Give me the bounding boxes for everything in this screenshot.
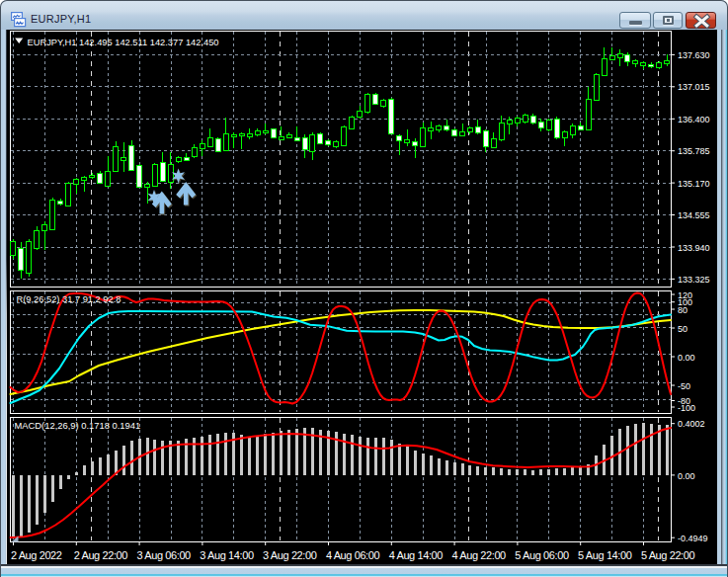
svg-text:135.170: 135.170 [678, 179, 710, 189]
svg-text:137.630: 137.630 [678, 50, 710, 60]
svg-text:MACD(12,26,9) 0.1718 0.1941: MACD(12,26,9) 0.1718 0.1941 [15, 420, 141, 431]
svg-text:133.325: 133.325 [678, 275, 710, 285]
svg-text:-100: -100 [678, 403, 695, 413]
svg-text:2 Aug 2022: 2 Aug 2022 [11, 549, 62, 561]
svg-text:3 Aug 06:00: 3 Aug 06:00 [137, 549, 192, 561]
svg-text:5 Aug 06:00: 5 Aug 06:00 [515, 549, 569, 561]
svg-text:4 Aug 14:00: 4 Aug 14:00 [389, 549, 444, 561]
svg-text:80: 80 [678, 305, 688, 315]
svg-text:5 Aug 22:00: 5 Aug 22:00 [641, 549, 695, 561]
svg-text:133.940: 133.940 [678, 243, 710, 253]
svg-text:5 Aug 14:00: 5 Aug 14:00 [578, 549, 632, 561]
svg-text:136.400: 136.400 [678, 115, 710, 124]
svg-text:50: 50 [678, 324, 688, 334]
svg-text:0.00: 0.00 [678, 471, 695, 481]
svg-text:EURJPY,H1 142.495 142.511 142: EURJPY,H1 142.495 142.511 142.377 142.45… [28, 38, 219, 47]
svg-text:-50: -50 [678, 381, 690, 391]
svg-text:137.015: 137.015 [678, 82, 710, 92]
svg-text:4 Aug 06:00: 4 Aug 06:00 [326, 549, 380, 561]
svg-text:134.555: 134.555 [678, 210, 710, 220]
svg-text:0.4002: 0.4002 [678, 419, 705, 429]
svg-text:R(9,26,52) 31.7 91.2 92.8: R(9,26,52) 31.7 91.2 92.8 [17, 294, 121, 304]
svg-text:0.00: 0.00 [678, 353, 695, 363]
svg-text:4 Aug 22:00: 4 Aug 22:00 [452, 549, 507, 561]
svg-text:2 Aug 22:00: 2 Aug 22:00 [74, 549, 128, 561]
svg-text:-0.4949: -0.4949 [678, 534, 708, 543]
svg-text:3 Aug 22:00: 3 Aug 22:00 [263, 549, 317, 561]
svg-text:135.785: 135.785 [678, 146, 710, 156]
svg-text:3 Aug 14:00: 3 Aug 14:00 [200, 549, 254, 561]
